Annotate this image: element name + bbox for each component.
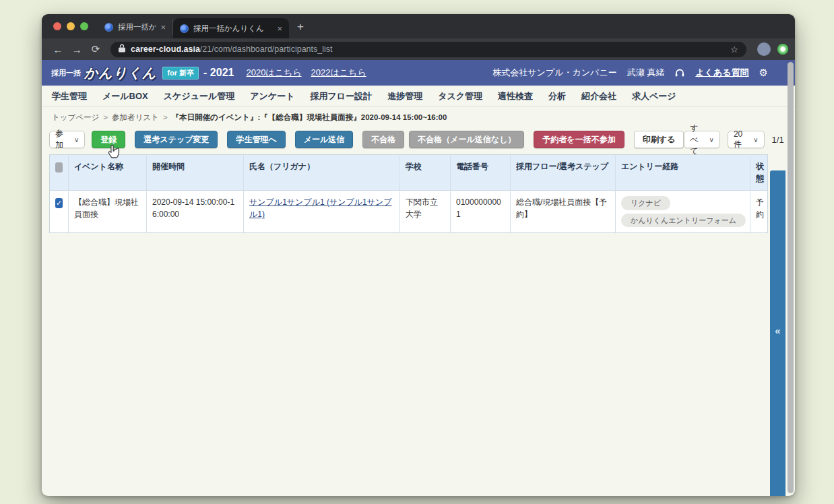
send-mail-button[interactable]: メール送信 xyxy=(295,131,354,148)
nav-item-analysis[interactable]: 分析 xyxy=(548,90,566,102)
app-logo[interactable]: かんりくん xyxy=(84,64,156,82)
col-header-name: 氏名（フリガナ） xyxy=(244,155,400,191)
breadcrumb-participants-list[interactable]: 参加者リスト xyxy=(112,113,159,123)
print-button[interactable]: 印刷する xyxy=(634,131,684,148)
bookmark-star-icon[interactable]: ☆ xyxy=(730,44,738,55)
browser-tab-bar: 採用一括かんりくん × 採用一括かんりくん × + xyxy=(42,14,795,38)
col-header-entry-route: エントリー経路 xyxy=(616,155,750,191)
collapsed-side-panel[interactable]: « xyxy=(770,170,785,496)
col-header-status: 状態 xyxy=(750,155,767,191)
cell-school: 下関市立大学 xyxy=(400,191,451,232)
browser-tab-1[interactable]: 採用一括かんりくん × xyxy=(98,19,173,35)
cell-entry-routes: リクナビ かんりくんエントリーフォーム xyxy=(616,191,750,232)
back-icon[interactable]: ← xyxy=(50,44,66,55)
nav-item-schedule[interactable]: スケジュール管理 xyxy=(164,90,235,102)
table-header-row: イベント名称 開催時間 氏名（フリガナ） 学校 電話番号 採用フロー/選考ステッ… xyxy=(50,155,767,191)
bulk-absent-button[interactable]: 予約者を一括不参加 xyxy=(534,131,624,148)
tab-title: 採用一括かんりくん xyxy=(118,22,156,32)
select-all-checkbox[interactable] xyxy=(55,162,63,172)
close-tab-icon[interactable]: × xyxy=(277,24,282,34)
main-navigation: 学生管理 メールBOX スケジュール管理 アンケート 採用フロー設計 進捗管理 … xyxy=(42,86,795,107)
site-favicon xyxy=(180,24,189,33)
col-header-schedule: 開催時間 xyxy=(147,155,244,191)
close-tab-icon[interactable]: × xyxy=(160,22,166,32)
breadcrumb-separator: > xyxy=(163,113,168,121)
to-student-management-button[interactable]: 学生管理へ xyxy=(227,131,285,148)
headset-icon xyxy=(674,68,685,78)
cell-flow-step: 総合職/現場社員面接【予約】 xyxy=(511,191,616,232)
entry-route-badge: かんりくんエントリーフォーム xyxy=(621,214,746,228)
vertical-scrollbar[interactable] xyxy=(788,62,794,493)
scope-filter-value: すべて xyxy=(690,123,698,157)
maximize-window-button[interactable] xyxy=(80,22,88,30)
per-page-value: 20件 xyxy=(734,129,742,150)
row-checkbox-checked[interactable]: ✓ xyxy=(55,198,63,208)
hand-cursor-icon xyxy=(106,144,122,161)
change-step-button[interactable]: 選考ステップ変更 xyxy=(135,131,218,148)
nav-item-agencies[interactable]: 紹介会社 xyxy=(581,90,616,102)
address-bar[interactable]: career-cloud.asia/21/com/dashboard/parti… xyxy=(110,42,746,57)
action-toolbar: 参加 ∨ 登録 選考ステップ変更 学生管理へ メール送信 不合格 不合格（メール… xyxy=(42,127,795,154)
faq-link[interactable]: よくある質問 xyxy=(695,67,748,79)
chevron-down-icon: ∨ xyxy=(74,136,79,144)
col-header-school: 学校 xyxy=(400,155,451,191)
participation-status-select[interactable]: 参加 ∨ xyxy=(49,131,85,148)
nav-item-aptitude-test[interactable]: 適性検査 xyxy=(498,90,533,102)
nav-item-tasks[interactable]: タスク管理 xyxy=(438,90,482,102)
browser-tab-2-active[interactable]: 採用一括かんりくん × xyxy=(173,18,289,38)
participants-table: イベント名称 開催時間 氏名（フリガナ） 学校 電話番号 採用フロー/選考ステッ… xyxy=(49,154,768,233)
cell-schedule: 2020-09-14 15:00:00-16:00:00 xyxy=(147,191,244,232)
browser-profile-avatar[interactable] xyxy=(757,42,771,56)
site-favicon xyxy=(104,23,113,32)
close-window-button[interactable] xyxy=(53,22,61,30)
participant-name-link[interactable]: サンプル1サンプル1 (サンプル1サンプル1) xyxy=(249,197,392,219)
browser-toolbar: ← → ⟳ career-cloud.asia/21/com/dashboard… xyxy=(42,38,795,60)
brand-prefix: 採用一括 xyxy=(51,68,81,78)
breadcrumb-current-event: 『本日開催のイベント』:『【総合職】現場社員面接』2020-09-14 15:0… xyxy=(172,113,447,123)
url-domain: career-cloud.asia xyxy=(131,44,200,54)
window-controls xyxy=(42,22,98,38)
lock-icon xyxy=(119,43,125,55)
chevron-down-icon: ∨ xyxy=(709,136,714,144)
list-controls: すべて ∨ 20件 ∨ 1/1 xyxy=(684,131,783,148)
participation-status-value: 参加 xyxy=(55,128,63,151)
brand-badge: for 新卒 xyxy=(162,67,199,80)
breadcrumb: トップページ > 参加者リスト > 『本日開催のイベント』:『【総合職】現場社員… xyxy=(42,107,795,127)
nav-item-flow-design[interactable]: 採用フロー設計 xyxy=(311,90,373,102)
reload-icon[interactable]: ⟳ xyxy=(88,43,104,55)
browser-window: 採用一括かんりくん × 採用一括かんりくん × + ← → ⟳ career-c… xyxy=(42,14,795,496)
extension-icon[interactable] xyxy=(777,44,788,55)
nav-item-students[interactable]: 学生管理 xyxy=(52,90,87,102)
chevron-down-icon: ∨ xyxy=(753,136,758,144)
collapse-chevrons-icon[interactable]: « xyxy=(775,325,780,336)
user-name[interactable]: 武瀬 真緒 xyxy=(627,67,665,79)
entry-route-badge: リクナビ xyxy=(621,196,670,210)
url-path: /21/com/dashboard/participants_list xyxy=(200,44,333,54)
col-header-phone: 電話番号 xyxy=(451,155,511,191)
app-header: 採用一括 かんりくん for 新卒 - 2021 2020はこちら 2022はこ… xyxy=(42,60,795,86)
page-indicator: 1/1 xyxy=(772,135,784,145)
nav-item-mailbox[interactable]: メールBOX xyxy=(102,90,148,102)
reject-no-mail-button[interactable]: 不合格（メール送信なし） xyxy=(409,131,524,148)
scope-filter-select[interactable]: すべて ∨ xyxy=(684,131,720,148)
breadcrumb-separator: > xyxy=(103,113,108,121)
tab-title: 採用一括かんりくん xyxy=(193,24,272,34)
col-header-flow: 採用フロー/選考ステップ xyxy=(511,155,616,191)
header-right-cluster: 株式会社サンプル・カンパニー 武瀬 真緒 よくある質問 ⚙ xyxy=(492,67,768,79)
reject-button[interactable]: 不合格 xyxy=(362,131,404,148)
desktop-background: 採用一括かんりくん × 採用一括かんりくん × + ← → ⟳ career-c… xyxy=(0,0,834,504)
nav-item-progress[interactable]: 進捗管理 xyxy=(387,90,422,102)
company-name: 株式会社サンプル・カンパニー xyxy=(492,67,616,79)
per-page-select[interactable]: 20件 ∨ xyxy=(728,131,765,148)
link-year-2022[interactable]: 2022はこちら xyxy=(311,67,366,79)
link-year-2020[interactable]: 2020はこちら xyxy=(246,67,301,79)
forward-icon[interactable]: → xyxy=(69,44,85,55)
new-tab-button[interactable]: + xyxy=(289,20,312,38)
nav-item-job-page[interactable]: 求人ページ xyxy=(632,90,676,102)
gear-icon[interactable]: ⚙ xyxy=(759,67,768,79)
nav-item-survey[interactable]: アンケート xyxy=(250,90,294,102)
cell-event-name: 【総合職】現場社員面接 xyxy=(69,191,147,232)
table-row: ✓ 【総合職】現場社員面接 2020-09-14 15:00:00-16:00:… xyxy=(50,191,767,232)
breadcrumb-home[interactable]: トップページ xyxy=(52,113,99,123)
minimize-window-button[interactable] xyxy=(67,22,75,30)
